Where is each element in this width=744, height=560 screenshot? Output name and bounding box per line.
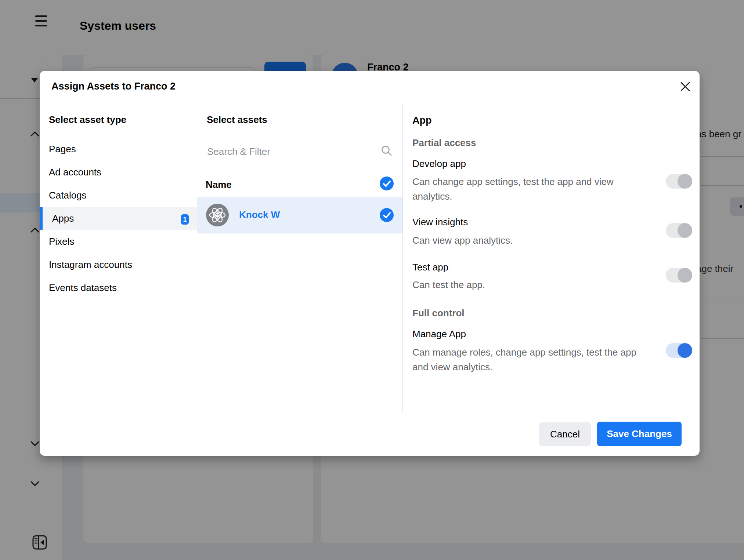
assets-header: Select assets [207, 114, 267, 126]
asset-type-events-datasets[interactable]: Events datasets [40, 276, 197, 299]
view-insights-description: Can view app analytics. [412, 233, 669, 248]
screen: System users Franco 2 as been gr age the… [0, 0, 744, 560]
test-app-label: Test app [412, 262, 448, 273]
manage-app-description: Can manage roles, change app settings, t… [412, 345, 669, 374]
asset-type-ad-accounts[interactable]: Ad accounts [40, 161, 197, 184]
asset-type-pages[interactable]: Pages [40, 138, 197, 161]
test-app-toggle[interactable] [666, 268, 692, 283]
name-column-header: Name [206, 179, 232, 190]
asset-name: Knock W [239, 209, 280, 221]
test-app-description: Can test the app. [412, 277, 669, 292]
manage-app-toggle[interactable] [666, 343, 692, 358]
asset-type-pixels[interactable]: Pixels [40, 230, 197, 253]
apps-count-badge: 1 [181, 214, 189, 225]
asset-search-input[interactable]: Search & Filter [207, 146, 270, 157]
atom-app-icon [206, 204, 229, 226]
full-control-section-title: Full control [412, 308, 465, 319]
header-underline [40, 135, 197, 135]
dialog-title: Assign Assets to Franco 2 [51, 81, 176, 92]
asset-type-catalogs[interactable]: Catalogs [40, 184, 197, 207]
asset-type-header: Select asset type [49, 114, 126, 126]
assign-assets-dialog: Assign Assets to Franco 2 Select asset t… [40, 71, 700, 456]
column-divider [402, 104, 403, 412]
partial-access-section-title: Partial access [412, 137, 476, 149]
column-divider [197, 104, 197, 412]
asset-type-apps[interactable]: Apps [40, 207, 197, 230]
view-insights-toggle[interactable] [666, 223, 692, 238]
develop-app-label: Develop app [412, 158, 466, 170]
develop-app-description: Can change app settings, test the app an… [412, 174, 669, 204]
close-icon[interactable] [678, 79, 693, 94]
selected-indicator-bar [40, 207, 43, 230]
save-changes-button[interactable]: Save Changes [597, 422, 682, 446]
asset-type-instagram-accounts[interactable]: Instagram accounts [40, 253, 197, 276]
search-underline [197, 169, 402, 169]
view-insights-label: View insights [412, 217, 468, 228]
asset-selected-checkbox[interactable] [380, 208, 394, 222]
develop-app-toggle[interactable] [666, 174, 692, 189]
select-all-checkbox[interactable] [380, 177, 394, 190]
search-icon [381, 145, 393, 157]
permissions-header: App [412, 115, 431, 126]
cancel-button[interactable]: Cancel [539, 422, 591, 446]
manage-app-label: Manage App [412, 328, 466, 340]
